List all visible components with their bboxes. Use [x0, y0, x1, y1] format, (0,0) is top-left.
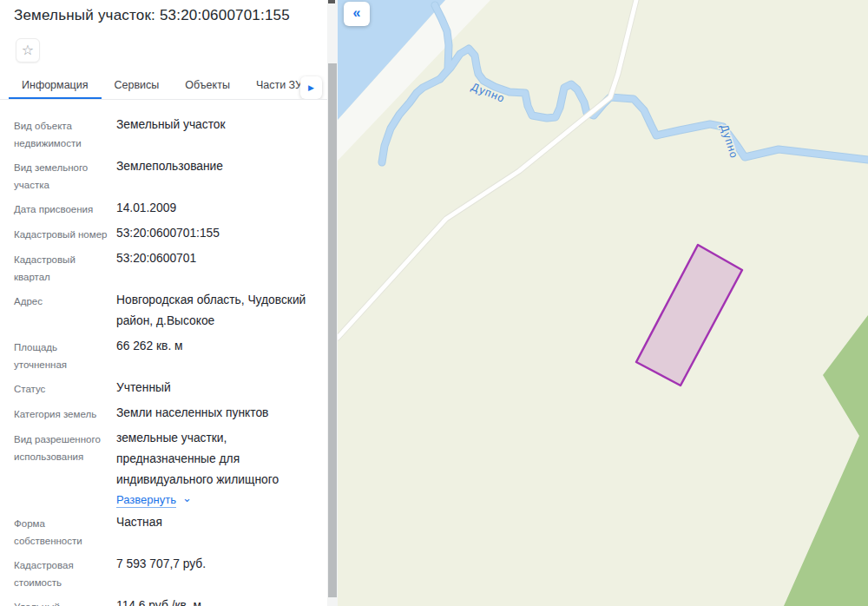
field-object-kind: Вид объекта недвижимости Земельный участ…: [14, 115, 317, 152]
field-land-category: Категория земель Земли населенных пункто…: [14, 403, 317, 424]
field-value: Частная: [116, 512, 317, 550]
field-label: Вид земельного участка: [14, 156, 116, 194]
field-value: 7 593 707,7 руб.: [116, 554, 317, 591]
more-tabs-button[interactable]: ▶: [300, 76, 322, 99]
field-specific-cost: Удельный показатель кадастровой стоимост…: [14, 596, 317, 606]
field-cadastral-number: Кадастровый номер 53:20:0600701:155: [14, 223, 317, 244]
field-value: Земельный участок: [116, 115, 317, 152]
collapse-panel-button[interactable]: «: [344, 2, 370, 26]
field-value: 53:20:0600701: [116, 248, 317, 286]
field-label: Площадь уточненная: [14, 336, 116, 373]
field-label: Форма собственности: [14, 512, 116, 550]
field-assign-date: Дата присвоения 14.01.2009: [14, 198, 317, 219]
field-label: Удельный показатель кадастровой стоимост…: [14, 596, 116, 606]
field-ownership: Форма собственности Частная: [14, 512, 317, 550]
cadastral-map-app: Земельный участок: 53:20:0600701:155 ☆ И…: [0, 0, 868, 606]
favorite-button[interactable]: ☆: [16, 38, 40, 63]
field-address: Адрес Новгородская область, Чудовский ра…: [14, 290, 317, 332]
field-label: Категория земель: [14, 403, 116, 424]
scrollbar-thumb[interactable]: [328, 63, 337, 597]
field-value: 53:20:0600701:155: [116, 223, 317, 244]
expand-link-label[interactable]: Развернуть: [116, 492, 176, 508]
panel-scrollbar: [327, 0, 338, 606]
chevron-down-icon: ⌄: [182, 494, 192, 503]
field-label: Вид разрешенного использования: [14, 428, 116, 508]
field-label: Адрес: [14, 290, 116, 332]
field-area: Площадь уточненная 66 262 кв. м: [14, 336, 317, 373]
star-icon: ☆: [22, 43, 34, 57]
map-layers: Дупно Дупно: [338, 0, 868, 606]
field-value: Земли населенных пунктов: [116, 403, 317, 424]
scrollbar-top-cap: [328, 0, 335, 3]
field-status: Статус Учтенный: [14, 378, 317, 399]
field-parcel-kind: Вид земельного участка Землепользование: [14, 156, 317, 194]
tab-bar: Информация Сервисы Объекты Части ЗУ Сост…: [0, 75, 327, 100]
field-cadastral-quarter: Кадастровый квартал 53:20:0600701: [14, 248, 317, 286]
field-value: земельные участки, предназначенные для и…: [116, 428, 279, 491]
field-value: Учтенный: [116, 378, 317, 399]
field-cadastral-cost: Кадастровая стоимость 7 593 707,7 руб.: [14, 554, 317, 591]
field-label: Кадастровый квартал: [14, 248, 116, 286]
field-label: Вид объекта недвижимости: [14, 115, 116, 152]
field-value: 114,6 руб./кв. м: [116, 596, 317, 606]
parcel-info-panel: Земельный участок: 53:20:0600701:155 ☆ И…: [0, 0, 327, 606]
field-value: 66 262 кв. м: [116, 336, 317, 373]
tab-objects[interactable]: Объекты: [172, 75, 243, 99]
arrow-right-icon: ▶: [308, 83, 314, 92]
field-value: Новгородская область, Чудовский район, д…: [116, 290, 317, 332]
field-list: Вид объекта недвижимости Земельный участ…: [0, 100, 327, 606]
field-value: Землепользование: [116, 156, 317, 194]
field-label: Дата присвоения: [14, 198, 116, 219]
expand-link[interactable]: Развернуть ⌄: [116, 492, 279, 508]
tab-information[interactable]: Информация: [9, 75, 102, 99]
map-canvas[interactable]: Дупно Дупно «: [338, 0, 868, 606]
field-permitted-use: Вид разрешенного использования земельные…: [14, 428, 317, 508]
field-label: Кадастровая стоимость: [14, 554, 116, 591]
page-title: Земельный участок: 53:20:0600701:155: [0, 0, 327, 24]
field-value: 14.01.2009: [116, 198, 317, 219]
field-label: Кадастровый номер: [14, 223, 116, 244]
field-label: Статус: [14, 378, 116, 399]
tab-services[interactable]: Сервисы: [102, 75, 173, 99]
chevrons-left-icon: «: [353, 6, 361, 20]
